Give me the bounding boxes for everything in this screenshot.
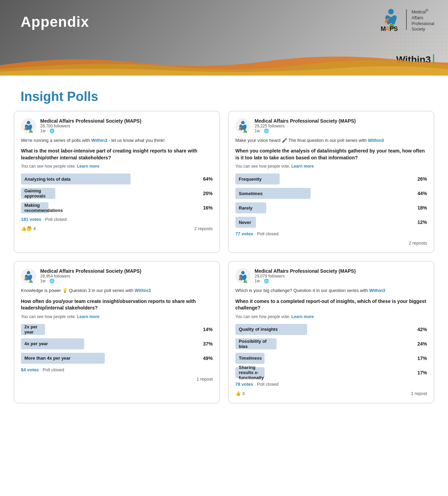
card-intro-4: Which is your big challenge? Question 4 … xyxy=(235,288,427,294)
poll-question-1: What is the most labor-intensive part of… xyxy=(21,148,213,161)
card-intro-1: We're running a series of polls with Wit… xyxy=(21,137,213,144)
header: Appendix M A PS Medical® Affai xyxy=(0,0,448,76)
card-intro-2: Make your voice heard 🎤 The final questi… xyxy=(235,137,427,144)
poll-option-2-2: Sometimes 44% xyxy=(235,188,427,199)
card-footer-2: 2 reposts xyxy=(235,240,427,246)
poll-subtext-3: You can see how people vote. Learn more xyxy=(21,314,213,319)
svg-point-7 xyxy=(241,121,245,124)
poll-votes-3: 84 votes · Poll closed xyxy=(21,367,213,372)
poll-subtext-4: You can see how people vote. Learn more xyxy=(235,314,427,319)
card-reposts-1: 2 reposts xyxy=(194,226,213,231)
poll-votes-1: 181 votes · Poll closed xyxy=(21,217,213,222)
poll-card-1: Medical Affairs Professional Society (MA… xyxy=(14,111,220,253)
registered-mark: ® xyxy=(426,9,428,12)
poll-option-2-1: Frequently 26% xyxy=(235,173,427,184)
poll-card-3: Medical Affairs Professional Society (MA… xyxy=(14,261,220,403)
globe-icon-3 xyxy=(49,279,55,283)
poll-votes-4: 78 votes · Poll closed xyxy=(235,382,427,387)
poll-option-4-4: Sharing results x-functionally 17% xyxy=(235,367,427,378)
avatar-4 xyxy=(235,268,250,283)
card-footer-4: 👍 3 1 repost xyxy=(235,391,427,396)
logo-divider xyxy=(406,9,407,30)
card-reposts-3: 1 repost xyxy=(197,376,213,382)
card-header-2: Medical Affairs Professional Society (MA… xyxy=(235,118,427,133)
poll-option-1-3: Making recommendations 16% xyxy=(21,202,213,213)
header-logo: M A PS Medical® Affairs Professional Soc… xyxy=(381,7,434,32)
card-info-1: Medical Affairs Professional Society (MA… xyxy=(40,118,141,133)
card-info-2: Medical Affairs Professional Society (MA… xyxy=(255,118,356,133)
card-reposts-2: 2 reposts xyxy=(409,240,427,246)
card-reposts-4: 1 repost xyxy=(411,391,427,396)
poll-subtext-1: You can see how people vote. Learn more xyxy=(21,164,213,169)
card-header-1: Medical Affairs Professional Society (MA… xyxy=(21,118,213,133)
poll-option-4-2: Possibility of bias 24% xyxy=(235,338,427,349)
maps-text-block: Medical® Affairs Professional Society xyxy=(412,7,434,32)
poll-option-3-3: More than 4x per year 49% xyxy=(21,353,213,364)
poll-option-1-1: Analyzing lots of data 64% xyxy=(21,173,213,184)
svg-point-5 xyxy=(27,121,30,124)
poll-question-4: When it comes to a completed report-out … xyxy=(235,298,427,312)
poll-option-3-1: 2x per year 14% xyxy=(21,324,213,335)
polls-grid: Medical Affairs Professional Society (MA… xyxy=(0,111,448,417)
avatar-1 xyxy=(21,118,36,133)
card-reactions-1: 👍🤔 4 xyxy=(21,226,36,231)
card-intro-3: Knowledge is power 💡 Question 3 in our p… xyxy=(21,288,213,294)
card-info-3: Medical Affairs Professional Society (MA… xyxy=(40,268,141,283)
poll-option-2-4: Never 12% xyxy=(235,217,427,228)
card-info-4: Medical Affairs Professional Society (MA… xyxy=(255,268,356,283)
globe-icon-2 xyxy=(264,128,269,133)
globe-icon-1 xyxy=(49,128,55,133)
maps-icon: M A PS xyxy=(381,8,401,32)
poll-card-4: Medical Affairs Professional Society (MA… xyxy=(228,261,434,403)
svg-point-0 xyxy=(388,9,394,14)
poll-option-1-2: Gaining approvals 20% xyxy=(21,188,213,199)
poll-option-4-3: Timeliness 17% xyxy=(235,353,427,364)
svg-text:PS: PS xyxy=(390,25,398,32)
poll-question-2: When you complete the analysis of data/i… xyxy=(235,148,427,161)
card-header-4: Medical Affairs Professional Society (MA… xyxy=(235,268,427,283)
card-footer-3: 1 repost xyxy=(21,376,213,382)
section-title: Insight Polls xyxy=(0,76,448,111)
poll-option-3-2: 4x per year 37% xyxy=(21,338,213,349)
globe-icon-4 xyxy=(264,279,269,283)
page-title: Appendix xyxy=(21,14,89,30)
svg-text:M: M xyxy=(381,25,385,32)
svg-point-9 xyxy=(27,271,30,274)
avatar-2 xyxy=(235,118,250,133)
card-footer-1: 👍🤔 4 2 reposts xyxy=(21,226,213,231)
poll-question-3: How often do you/your team create insigh… xyxy=(21,298,213,312)
poll-option-2-3: Rarely 18% xyxy=(235,202,427,213)
poll-subtext-2: You can see how people vote. Learn more xyxy=(235,164,427,169)
card-header-3: Medical Affairs Professional Society (MA… xyxy=(21,268,213,283)
avatar-3 xyxy=(21,268,36,283)
wave-svg xyxy=(0,55,448,76)
card-reactions-4: 👍 3 xyxy=(235,391,245,396)
maps-logo: M A PS Medical® Affairs Professional Soc… xyxy=(381,7,434,32)
svg-text:A: A xyxy=(385,25,390,32)
poll-card-2: Medical Affairs Professional Society (MA… xyxy=(228,111,434,253)
svg-point-11 xyxy=(241,271,245,274)
poll-votes-2: 77 votes · Poll closed xyxy=(235,231,427,236)
poll-option-4-1: Quality of insights 42% xyxy=(235,324,427,335)
